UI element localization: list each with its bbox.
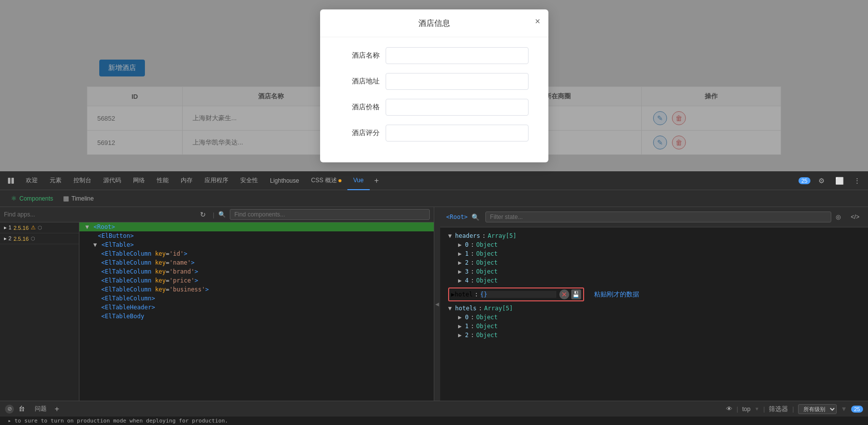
form-row-name: 酒店名称 (340, 47, 529, 64)
filter-label[interactable]: 筛选器 (769, 405, 788, 414)
tree-item-col-price[interactable]: <ElTableColumn key='price'> (79, 276, 434, 285)
eye-icon[interactable]: 👁 (726, 405, 733, 413)
tab-console[interactable]: 控制台 (67, 171, 97, 190)
filter-state-input[interactable] (485, 212, 831, 222)
state-row-ht2[interactable]: ▶ 2 : Object (448, 331, 860, 340)
hotel-rating-input[interactable] (386, 125, 529, 142)
tree-item-col-name[interactable]: <ElTableColumn key='name'> (79, 258, 434, 267)
tab-source[interactable]: 源代码 (97, 171, 127, 190)
state-row-ht1[interactable]: ▶ 1 : Object (448, 322, 860, 331)
tag-col-business: <ElTableColumn (101, 286, 155, 293)
type-hotels: Array[5] (484, 305, 513, 312)
hotel-cancel-button[interactable]: ✕ (559, 289, 569, 299)
tag-tableheader: <ElTableHeader> (101, 304, 155, 311)
tab-application[interactable]: 应用程序 (199, 171, 234, 190)
svg-rect-0 (8, 178, 10, 184)
open-in-editor-icon[interactable]: </> (848, 210, 862, 224)
app-number-1: ▸ 1 (4, 224, 11, 231)
right-toolbar: <Root> 🔍 ◎ </> (440, 207, 868, 227)
refresh-apps-button[interactable]: ↻ (197, 211, 209, 218)
tab-welcome[interactable]: 欢迎 (20, 171, 44, 190)
more-icon[interactable]: ⋮ (850, 174, 864, 188)
console-text: ▸ to sure to turn on production mode whe… (0, 417, 868, 425)
type-ht1: Object (476, 323, 497, 330)
subtab-components[interactable]: ⚛ Components (6, 193, 58, 204)
colon-hotels: : (478, 305, 482, 312)
app-item-2[interactable]: ▸ 2 2.5.16 ⬡ (0, 233, 79, 244)
colon-h1: : (470, 250, 474, 257)
arrow-elbutton (93, 232, 97, 239)
tab-vue[interactable]: Vue (347, 171, 370, 190)
settings-icon[interactable]: ⚙ (814, 174, 828, 188)
state-row-hotels[interactable]: ▼ hotels : Array[5] (448, 304, 860, 313)
device-icon[interactable]: ⬜ (832, 174, 846, 188)
bottom-tab-issues[interactable]: 问题 (30, 403, 52, 415)
bottom-badge: 25 (851, 406, 863, 413)
tree-item-col-brand[interactable]: <ElTableColumn key='brand'> (79, 267, 434, 276)
tree-item-col-business[interactable]: <ElTableColumn key='business'> (79, 285, 434, 294)
hotel-edit-row[interactable]: ▶ hotel : ✕ 💾 (448, 287, 584, 301)
state-row-headers[interactable]: ▼ headers : Array[5] (448, 231, 860, 240)
tab-memory[interactable]: 内存 (175, 171, 199, 190)
form-label-rating: 酒店评分 (340, 129, 380, 138)
find-components-input[interactable] (230, 209, 430, 220)
tree-item-elbutton[interactable]: <ElButton> (79, 231, 434, 240)
state-tree: ▼ headers : Array[5] ▶ 0 : Object ▶ 1 : … (440, 227, 868, 401)
tab-lighthouse[interactable]: Lighthouse (264, 171, 305, 190)
tree-item-tablebody[interactable]: <ElTableBody (79, 312, 434, 321)
expand-h4: ▶ (458, 277, 465, 284)
hotel-save-button[interactable]: 💾 (571, 289, 581, 299)
hotel-value-input[interactable] (480, 291, 556, 298)
state-row-h2[interactable]: ▶ 2 : Object (448, 258, 860, 267)
tree-item-root[interactable]: ▼ <Root> (79, 222, 434, 231)
subtab-timeline[interactable]: ▦ Timeline (58, 193, 99, 204)
devtools-panel: 欢迎 元素 控制台 源代码 网络 性能 内存 应用程序 安全性 Lighthou… (0, 171, 868, 425)
form-label-name: 酒店名称 (340, 51, 380, 60)
tag-col-empty: <ElTableColumn> (101, 295, 155, 302)
type-h3: Object (476, 268, 497, 275)
app-item-1[interactable]: ▸ 1 2.5.16 ⚠ ⬡ (0, 222, 79, 233)
tree-item-eltable[interactable]: ▼ <ElTable> (79, 240, 434, 249)
type-h0: Object (476, 241, 497, 248)
state-row-h1[interactable]: ▶ 1 : Object (448, 249, 860, 258)
state-row-ht0[interactable]: ▶ 0 : Object (448, 313, 860, 322)
devtools-dock-icon[interactable] (4, 174, 18, 188)
tab-css-overview[interactable]: CSS 概述 (305, 171, 347, 190)
tag-eltable: <ElTable> (101, 241, 134, 248)
colon-h3: : (470, 268, 474, 275)
app-number-2: ▸ 2 (4, 235, 11, 242)
state-row-h4[interactable]: ▶ 4 : Object (448, 276, 860, 285)
expand-hotels: ▼ (448, 305, 455, 312)
apps-list: ▸ 1 2.5.16 ⚠ ⬡ ▸ 2 2.5.16 ⬡ (0, 222, 79, 401)
colon-h0: : (470, 241, 474, 248)
tab-network[interactable]: 网络 (127, 171, 151, 190)
component-tree[interactable]: ▼ <Root> <ElButton> ▼ <ElTable> <ElTable… (79, 222, 434, 401)
bottom-tab-console[interactable]: 台 (14, 403, 30, 415)
hotel-edit-buttons: ✕ 💾 (559, 289, 581, 299)
scroll-to-component-icon[interactable]: ◎ (831, 210, 845, 224)
type-ht2: Object (476, 332, 497, 339)
state-row-h3[interactable]: ▶ 3 : Object (448, 267, 860, 276)
find-apps-input[interactable] (4, 211, 195, 218)
svg-rect-1 (11, 178, 14, 184)
hotel-price-input[interactable] (386, 99, 529, 116)
add-tab-icon[interactable]: + (370, 174, 384, 188)
state-row-h0[interactable]: ▶ 0 : Object (448, 240, 860, 249)
tree-item-col-id[interactable]: <ElTableColumn key='id'> (79, 249, 434, 258)
key-h2: 2 (465, 259, 468, 266)
tab-elements[interactable]: 元素 (44, 171, 67, 190)
no-entry-icon[interactable]: ⊘ (5, 405, 14, 414)
hotel-address-input[interactable] (386, 73, 529, 90)
panel-collapse-handle[interactable]: ◀ (434, 207, 440, 401)
hotel-name-input[interactable] (386, 47, 529, 64)
tree-item-col-empty[interactable]: <ElTableColumn> (79, 294, 434, 303)
level-select[interactable]: 所有级别 (798, 404, 837, 414)
form-row-address: 酒店地址 (340, 73, 529, 90)
tree-item-tableheader[interactable]: <ElTableHeader> (79, 303, 434, 312)
tag-col-id: <ElTableColumn (101, 250, 155, 257)
modal-close-button[interactable]: × (535, 16, 540, 27)
attr-val-name: 'name' (169, 259, 191, 266)
tab-security[interactable]: 安全性 (234, 171, 264, 190)
add-bottom-tab-button[interactable]: + (52, 405, 62, 414)
tab-performance[interactable]: 性能 (151, 171, 175, 190)
